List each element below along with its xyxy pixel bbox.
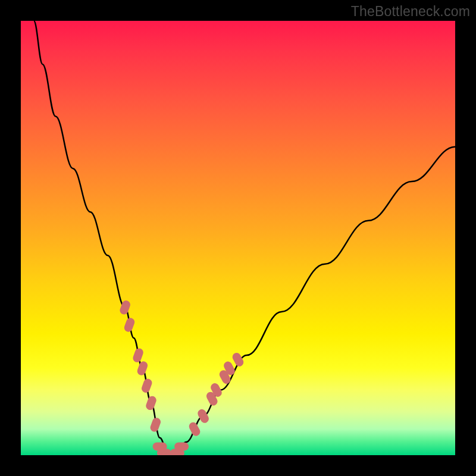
marker-right-cluster <box>231 352 245 368</box>
marker-bottom-cluster <box>174 442 189 450</box>
svg-rect-2 <box>131 347 144 363</box>
marker-left-cluster <box>145 395 157 411</box>
svg-rect-4 <box>140 378 153 394</box>
marker-left-cluster <box>149 416 162 433</box>
svg-rect-6 <box>149 416 162 433</box>
marker-left-cluster <box>136 360 149 376</box>
svg-rect-5 <box>145 395 157 411</box>
curve-group <box>34 21 455 455</box>
marker-left-cluster <box>123 317 136 333</box>
chart-plot-area <box>21 21 455 455</box>
watermark-text: TheBottleneck.com <box>351 4 470 20</box>
marker-left-cluster <box>131 347 144 363</box>
svg-rect-3 <box>136 360 149 376</box>
bottleneck-curve <box>34 21 455 455</box>
chart-svg <box>21 21 455 455</box>
svg-rect-19 <box>174 442 189 450</box>
svg-rect-1 <box>123 317 136 333</box>
marker-right-cluster <box>187 421 202 437</box>
markers-group <box>119 299 245 455</box>
marker-left-cluster <box>140 378 153 394</box>
svg-rect-7 <box>187 421 202 437</box>
svg-rect-13 <box>231 352 245 368</box>
